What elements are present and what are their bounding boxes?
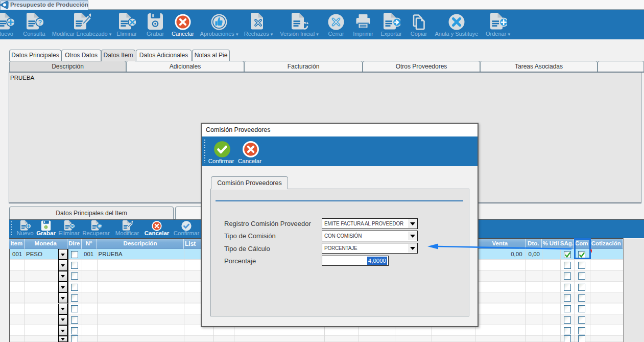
svg-text:?: ? <box>38 19 42 26</box>
